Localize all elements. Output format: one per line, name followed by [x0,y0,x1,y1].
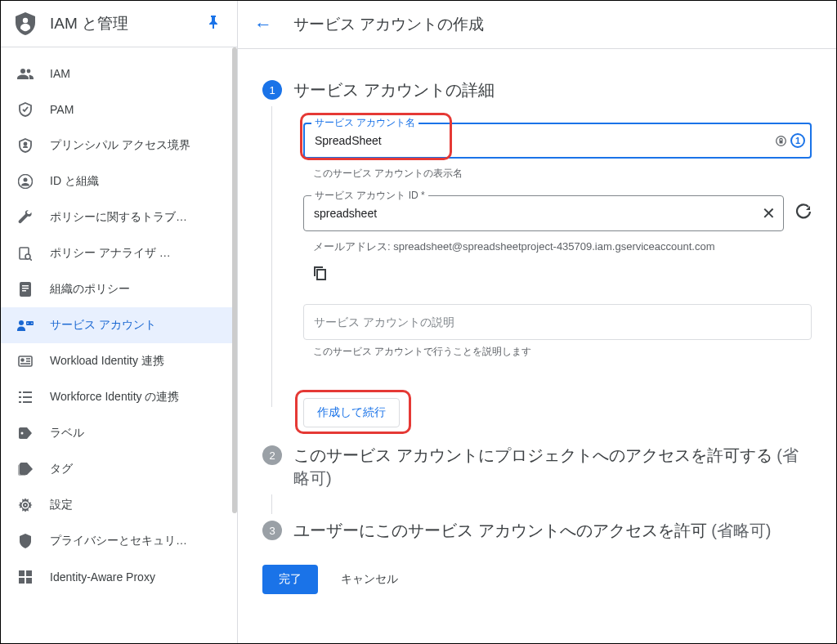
lock-icon [774,134,787,147]
sidebar-item-workload-identity[interactable]: Workload Identity 連携 [1,343,237,379]
onepassword-icon[interactable]: 1 [790,133,805,148]
tags-icon [16,461,35,477]
svg-rect-32 [26,578,32,584]
svg-rect-24 [19,396,21,398]
sidebar-item-workforce-identity[interactable]: Workforce Identity の連携 [1,379,237,415]
email-address-text: メールアドレス: spreadsheet@spreadsheetproject-… [303,231,812,254]
svg-point-0 [23,18,28,23]
sidebar-item-iam[interactable]: IAM [1,56,237,92]
analyzer-icon [16,245,35,262]
done-button[interactable]: 完了 [262,565,318,594]
grid-icon [16,569,35,585]
sidebar-item-pam[interactable]: PAM [1,92,237,127]
list-icon [16,389,35,405]
copy-icon[interactable] [313,266,812,284]
service-account-name-field: サービス アカウント名 1 [303,123,812,159]
sidebar-item-label: IAM [50,67,70,80]
service-account-icon [16,317,35,333]
sidebar-item-label: ラベル [50,426,84,441]
svg-point-15 [27,323,29,324]
svg-rect-29 [19,570,25,576]
sidebar-item-privacy-security[interactable]: プライバシーとセキュリ… [1,523,237,559]
footer-buttons: 完了 キャンセル [262,565,812,594]
sidebar-item-label: サービス アカウント [50,318,156,333]
sidebar-header: IAM と管理 [1,1,237,47]
svg-line-8 [29,258,32,261]
label-icon [16,425,35,441]
sidebar-item-label: タグ [50,462,73,476]
svg-rect-27 [23,401,32,403]
description-input[interactable] [303,304,812,340]
people-icon [16,65,35,82]
sidebar-item-settings[interactable]: 設定 [1,487,237,523]
svg-rect-35 [317,270,325,280]
svg-rect-22 [19,391,21,393]
step-3-title: ユーザーにこのサービス アカウントへのアクセスを許可 (省略可) [293,519,812,542]
sidebar-item-org-policy[interactable]: 組織のポリシー [1,271,237,307]
step-connector-line [271,494,272,514]
step-number-2: 2 [262,445,282,465]
create-and-continue-button[interactable]: 作成して続行 [303,398,400,427]
page-title: サービス アカウントの作成 [293,14,484,35]
sidebar-item-label: Identity-Aware Proxy [50,570,155,584]
sidebar-item-iap[interactable]: Identity-Aware Proxy [1,559,237,595]
sidebar-item-label: 設定 [50,498,73,512]
main-body: 1 サービス アカウントの詳細 サービス アカウント名 [238,49,836,643]
sidebar-item-label: Workforce Identity の連携 [50,390,179,405]
sidebar-item-policy-analyzer[interactable]: ポリシー アナライザ … [1,235,237,271]
svg-rect-34 [779,141,782,144]
field-label: サービス アカウント ID * [311,189,428,203]
svg-rect-23 [23,391,32,393]
svg-point-13 [19,320,24,325]
sidebar-title: IAM と管理 [50,13,208,34]
step-2-title: このサービス アカウントにプロジェクトへのアクセスを許可する (省略可) [293,444,812,490]
svg-rect-26 [19,401,21,403]
svg-point-28 [21,432,24,435]
field-help-text: このサービス アカウントで行うことを説明します [303,340,812,359]
svg-point-18 [21,359,24,361]
svg-rect-25 [23,396,32,398]
sidebar-item-principal-access[interactable]: プリンシパル アクセス境界 [1,127,237,163]
svg-point-16 [31,323,33,324]
svg-point-3 [25,143,27,145]
sidebar-item-tags[interactable]: タグ [1,451,237,487]
step-3: 3 ユーザーにこのサービス アカウントへのアクセスを許可 (省略可) [262,519,812,542]
clear-icon[interactable]: ✕ [762,203,776,223]
shield-check-icon [16,101,35,118]
svg-rect-11 [22,288,29,289]
sidebar-item-label: ポリシー アナライザ … [50,246,171,261]
description-field [303,304,812,340]
sidebar-item-identity-org[interactable]: ID と組織 [1,163,237,199]
svg-point-1 [20,69,25,74]
svg-point-2 [27,69,31,74]
sidebar-item-label: Workload Identity 連携 [50,354,164,369]
iam-shield-icon [16,12,35,35]
boundary-icon [16,137,35,154]
scrollbar-track[interactable] [232,47,237,513]
svg-rect-9 [20,282,31,297]
person-circle-icon [16,173,35,190]
sidebar-item-service-account[interactable]: サービス アカウント [1,307,237,343]
main-header: ← サービス アカウントの作成 [238,1,836,49]
step-1: 1 サービス アカウントの詳細 [262,78,812,101]
step-number-1: 1 [262,80,282,100]
step-2: 2 このサービス アカウントにプロジェクトへのアクセスを許可する (省略可) [262,444,812,490]
sidebar-item-label: プライバシーとセキュリ… [50,534,187,548]
cancel-button[interactable]: キャンセル [341,572,398,587]
pin-icon[interactable] [208,16,219,32]
sidebar-item-policy-trouble[interactable]: ポリシーに関するトラブ… [1,199,237,235]
service-account-id-field: サービス アカウント ID * ✕ [303,195,784,231]
gear-icon [16,497,35,513]
main: ← サービス アカウントの作成 1 サービス アカウントの詳細 [238,1,836,643]
svg-rect-30 [26,570,32,576]
back-arrow-icon[interactable]: ← [254,14,272,35]
step-1-title: サービス アカウントの詳細 [293,78,812,101]
refresh-icon[interactable] [795,203,812,224]
svg-point-5 [24,178,28,182]
sidebar-nav: IAM PAM プリンシパル アクセス境界 ID と組織 ポリシーに関するトラブ… [1,47,237,643]
sidebar-item-label: ポリシーに関するトラブ… [50,210,187,225]
sidebar-item-labels[interactable]: ラベル [1,415,237,451]
document-icon [16,281,35,297]
wrench-icon [16,209,35,226]
field-help-text: このサービス アカウントの表示名 [303,162,812,181]
